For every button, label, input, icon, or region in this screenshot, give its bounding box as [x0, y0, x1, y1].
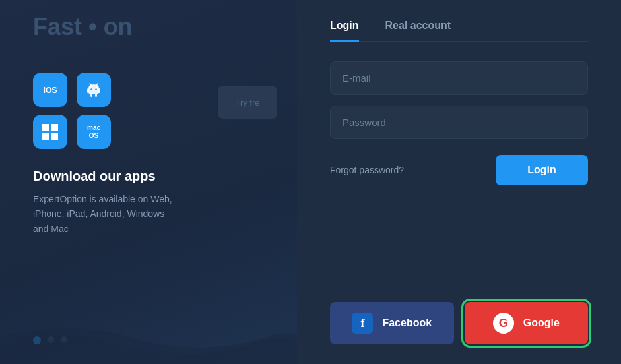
svg-point-9: [95, 88, 96, 90]
tab-real-account[interactable]: Real account: [385, 20, 451, 41]
windows-icon: [33, 115, 67, 149]
svg-point-8: [90, 88, 92, 90]
android-icon: [77, 73, 111, 107]
facebook-label: Facebook: [382, 317, 432, 329]
macos-icon: macOS: [77, 115, 111, 149]
svg-rect-3: [98, 88, 100, 93]
login-button[interactable]: Login: [496, 155, 588, 185]
download-title: Download our apps: [33, 169, 264, 184]
svg-rect-10: [42, 124, 49, 131]
svg-rect-5: [95, 94, 97, 97]
google-g-letter: G: [499, 317, 508, 330]
password-group: [330, 106, 588, 139]
svg-rect-4: [90, 94, 92, 97]
forgot-password-link[interactable]: Forgot password?: [330, 165, 404, 175]
dot-1[interactable]: [33, 336, 41, 344]
heading-text: Fast • on: [33, 13, 133, 41]
try-free-text: Try fre: [235, 98, 259, 107]
carousel-dots: [33, 336, 67, 344]
social-row: f Facebook G Google: [330, 302, 588, 344]
download-section: Download our apps ExpertOption is availa…: [33, 169, 264, 236]
email-group: [330, 61, 588, 95]
google-label: Google: [523, 317, 560, 329]
left-panel: Fast • on iOS: [0, 0, 297, 364]
dot-3[interactable]: [61, 336, 67, 343]
facebook-icon: f: [352, 313, 373, 334]
password-input[interactable]: [330, 106, 588, 139]
download-desc: ExpertOption is available on Web,iPhone,…: [33, 192, 264, 236]
try-free-area: Try fre: [218, 86, 277, 119]
ios-icon: iOS: [33, 73, 67, 107]
email-input[interactable]: [330, 61, 588, 95]
google-button[interactable]: G Google: [465, 302, 589, 344]
dot-2[interactable]: [48, 336, 54, 343]
app-icons-grid: iOS ma: [33, 73, 112, 149]
google-icon: G: [493, 313, 514, 334]
facebook-button[interactable]: f Facebook: [330, 302, 454, 344]
svg-rect-13: [51, 133, 58, 140]
tab-bar: Login Real account: [330, 20, 588, 42]
tab-login[interactable]: Login: [330, 20, 359, 41]
svg-rect-2: [87, 88, 89, 93]
right-panel: Login Real account Forgot password? Logi…: [297, 0, 621, 364]
forgot-login-row: Forgot password? Login: [330, 155, 588, 185]
svg-rect-11: [51, 124, 58, 131]
svg-rect-12: [42, 133, 49, 140]
